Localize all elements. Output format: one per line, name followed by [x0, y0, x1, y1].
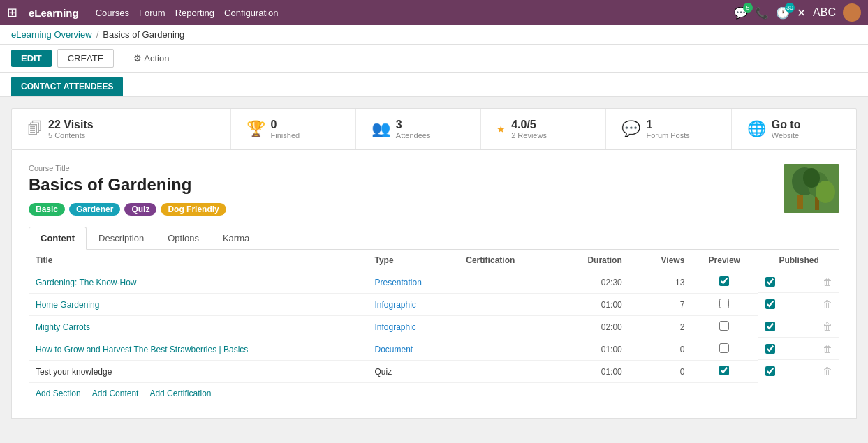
cell-type[interactable]: Infographic	[367, 316, 459, 338]
action-menu[interactable]: ⚙ Action	[133, 53, 169, 63]
col-certification: Certification	[459, 250, 553, 271]
create-button[interactable]: CREATE	[57, 49, 115, 68]
close-icon[interactable]: ✕	[797, 6, 806, 20]
clock-badge: 30	[785, 3, 795, 13]
row-delete-icon[interactable]: 🗑	[823, 299, 832, 310]
add-certification-link[interactable]: Add Certification	[149, 389, 211, 398]
course-image	[784, 164, 839, 213]
chat-icon-wrapper[interactable]: 💬 5	[734, 6, 748, 20]
nav-forum[interactable]: Forum	[139, 8, 165, 18]
preview-checkbox[interactable]	[719, 366, 729, 375]
tab-content[interactable]: Content	[29, 227, 87, 250]
col-views: Views	[636, 250, 691, 271]
stat-website[interactable]: 🌐 Go to Website	[732, 109, 856, 149]
cell-preview[interactable]	[690, 338, 758, 361]
contact-attendees-button[interactable]: CONTACT ATTENDEES	[11, 77, 123, 96]
published-checkbox[interactable]	[765, 277, 775, 287]
row-delete-icon[interactable]: 🗑	[823, 366, 832, 377]
cell-published: 🗑	[758, 361, 839, 382]
tag-dogfriendly[interactable]: Dog Friendly	[161, 203, 226, 216]
preview-checkbox[interactable]	[719, 343, 729, 353]
cell-preview[interactable]	[690, 271, 758, 294]
preview-checkbox[interactable]	[719, 321, 729, 331]
cell-published: 🗑	[758, 338, 839, 360]
finished-label: Finished	[271, 131, 300, 140]
tag-gardener[interactable]: Gardener	[69, 203, 120, 216]
add-section-link[interactable]: Add Section	[36, 389, 81, 398]
cell-duration: 01:00	[553, 294, 636, 316]
cell-views: 2	[636, 316, 691, 338]
cell-title[interactable]: Home Gardening	[29, 294, 367, 316]
svg-point-6	[816, 181, 835, 203]
cell-preview[interactable]	[690, 294, 758, 316]
avatar[interactable]	[843, 3, 861, 22]
cell-duration: 01:00	[553, 361, 636, 383]
table-row: Mighty Carrots Infographic 02:00 2 🗑	[29, 316, 839, 338]
tag-basic[interactable]: Basic	[29, 203, 65, 216]
attendees-number: 3	[396, 119, 431, 131]
table-row: How to Grow and Harvest The Best Strawbe…	[29, 338, 839, 361]
tab-description[interactable]: Description	[87, 227, 156, 249]
cell-certification	[459, 338, 553, 361]
cell-title[interactable]: Gardening: The Know-How	[29, 271, 367, 294]
cell-type[interactable]: Quiz	[367, 361, 459, 383]
main-nav: Courses Forum Reporting Configuration	[96, 8, 279, 18]
nav-configuration[interactable]: Configuration	[224, 8, 278, 18]
published-checkbox[interactable]	[765, 299, 775, 309]
content-table: Title Type Certification Duration Views …	[29, 250, 839, 383]
nav-courses[interactable]: Courses	[96, 8, 129, 18]
svg-rect-4	[797, 195, 803, 209]
app-grid-icon[interactable]: ⊞	[7, 5, 17, 20]
row-delete-icon[interactable]: 🗑	[823, 321, 832, 332]
preview-checkbox[interactable]	[719, 276, 729, 286]
row-delete-icon[interactable]: 🗑	[823, 276, 832, 287]
table-row: Home Gardening Infographic 01:00 7 🗑	[29, 294, 839, 316]
forum-number: 1	[646, 119, 689, 131]
nav-reporting[interactable]: Reporting	[175, 8, 214, 18]
published-checkbox[interactable]	[765, 344, 775, 354]
user-label: ABC	[813, 6, 836, 19]
cell-title[interactable]: Test your knowledge	[29, 361, 367, 383]
cell-title[interactable]: How to Grow and Harvest The Best Strawbe…	[29, 338, 367, 361]
course-title-label: Course Title	[29, 164, 226, 172]
preview-checkbox[interactable]	[719, 299, 729, 308]
stats-card: 🗐 22 Visits 5 Contents 🏆 0 Finished 👥 3 …	[11, 108, 857, 150]
row-delete-icon[interactable]: 🗑	[823, 343, 832, 354]
stat-reviews[interactable]: ★ 4.0/5 2 Reviews	[481, 109, 606, 149]
contents-label: 5 Contents	[48, 131, 94, 140]
cell-certification	[459, 316, 553, 338]
action-bar: EDIT CREATE ⚙ Action	[0, 45, 868, 73]
cell-preview[interactable]	[690, 361, 758, 383]
cell-type[interactable]: Document	[367, 338, 459, 361]
cell-certification	[459, 271, 553, 294]
cell-type[interactable]: Presentation	[367, 271, 459, 294]
published-checkbox[interactable]	[765, 322, 775, 331]
cell-title[interactable]: Mighty Carrots	[29, 316, 367, 338]
cell-type[interactable]: Infographic	[367, 294, 459, 316]
table-row: Gardening: The Know-How Presentation 02:…	[29, 271, 839, 294]
tab-options[interactable]: Options	[156, 227, 211, 249]
stat-finished[interactable]: 🏆 0 Finished	[231, 109, 356, 149]
col-title: Title	[29, 250, 367, 271]
published-checkbox[interactable]	[765, 366, 775, 376]
forum-icon: 💬	[621, 120, 640, 138]
tag-quiz[interactable]: Quiz	[124, 203, 156, 216]
tab-karma[interactable]: Karma	[211, 227, 261, 249]
breadcrumb-parent[interactable]: eLearning Overview	[11, 29, 92, 40]
website-number: Go to	[772, 119, 801, 131]
stat-forum[interactable]: 💬 1 Forum Posts	[606, 109, 731, 149]
clock-icon-wrapper[interactable]: 🕐 30	[776, 6, 790, 20]
course-header: Course Title Basics of Gardening Basic G…	[29, 164, 839, 227]
edit-button[interactable]: EDIT	[11, 50, 52, 67]
reviews-number: 4.0/5	[511, 119, 547, 131]
col-duration: Duration	[553, 250, 636, 271]
phone-icon[interactable]: 📞	[755, 6, 769, 20]
attendees-icon: 👥	[372, 120, 390, 138]
stat-attendees[interactable]: 👥 3 Attendees	[356, 109, 481, 149]
stat-visits[interactable]: 🗐 22 Visits 5 Contents	[12, 109, 231, 149]
breadcrumb-separator: /	[96, 29, 99, 40]
cell-views: 0	[636, 338, 691, 361]
cell-preview[interactable]	[690, 316, 758, 338]
tab-bar: Content Description Options Karma	[29, 227, 839, 250]
add-content-link[interactable]: Add Content	[92, 389, 139, 398]
